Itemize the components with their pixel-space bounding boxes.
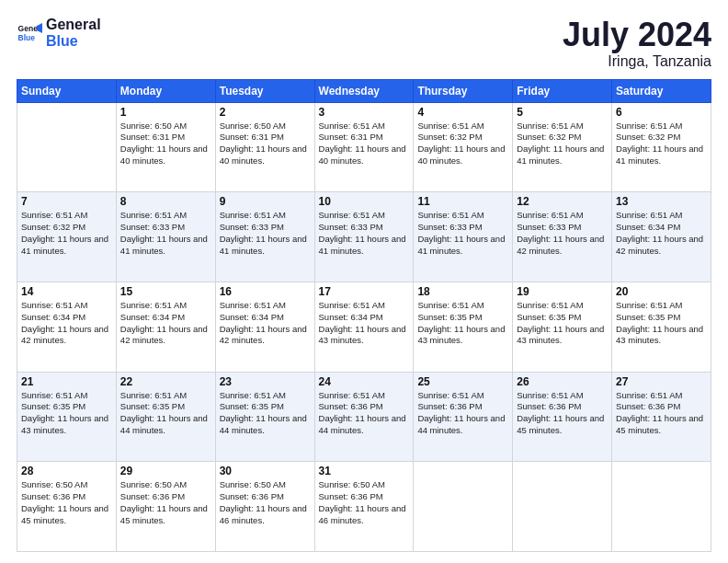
day-info: Sunrise: 6:51 AM Sunset: 6:35 PM Dayligh… (120, 390, 211, 437)
calendar-cell: 29Sunrise: 6:50 AM Sunset: 6:36 PM Dayli… (116, 462, 215, 552)
calendar-cell: 4Sunrise: 6:51 AM Sunset: 6:32 PM Daylig… (414, 102, 513, 192)
day-info: Sunrise: 6:51 AM Sunset: 6:32 PM Dayligh… (616, 121, 707, 167)
day-info: Sunrise: 6:51 AM Sunset: 6:31 PM Dayligh… (319, 121, 410, 167)
day-number: 11 (417, 195, 508, 208)
day-number: 5 (517, 106, 608, 119)
day-number: 9 (220, 195, 311, 208)
day-number: 18 (417, 285, 508, 298)
day-info: Sunrise: 6:51 AM Sunset: 6:34 PM Dayligh… (616, 210, 707, 257)
calendar-cell: 9Sunrise: 6:51 AM Sunset: 6:33 PM Daylig… (215, 192, 314, 282)
day-number: 6 (616, 106, 707, 119)
calendar-cell: 8Sunrise: 6:51 AM Sunset: 6:33 PM Daylig… (116, 192, 215, 282)
day-info: Sunrise: 6:51 AM Sunset: 6:34 PM Dayligh… (21, 300, 112, 347)
day-info: Sunrise: 6:51 AM Sunset: 6:35 PM Dayligh… (517, 300, 608, 347)
calendar-header-sunday: Sunday (17, 79, 117, 102)
day-info: Sunrise: 6:51 AM Sunset: 6:35 PM Dayligh… (21, 390, 112, 437)
calendar-week-row: 28Sunrise: 6:50 AM Sunset: 6:36 PM Dayli… (17, 462, 711, 552)
calendar-cell (17, 102, 117, 192)
calendar-cell: 24Sunrise: 6:51 AM Sunset: 6:36 PM Dayli… (314, 372, 414, 462)
day-number: 17 (319, 285, 410, 298)
calendar-cell: 1Sunrise: 6:50 AM Sunset: 6:31 PM Daylig… (116, 102, 215, 192)
day-info: Sunrise: 6:50 AM Sunset: 6:36 PM Dayligh… (220, 479, 311, 526)
calendar-cell: 14Sunrise: 6:51 AM Sunset: 6:34 PM Dayli… (17, 282, 117, 372)
location-title: Iringa, Tanzania (563, 53, 711, 70)
month-title: July 2024 (563, 17, 711, 53)
calendar-cell: 19Sunrise: 6:51 AM Sunset: 6:35 PM Dayli… (513, 282, 612, 372)
calendar-cell (414, 462, 513, 552)
calendar-table: SundayMondayTuesdayWednesdayThursdayFrid… (17, 79, 711, 552)
calendar-cell: 25Sunrise: 6:51 AM Sunset: 6:36 PM Dayli… (414, 372, 513, 462)
day-info: Sunrise: 6:51 AM Sunset: 6:36 PM Dayligh… (517, 390, 608, 437)
calendar-cell: 16Sunrise: 6:51 AM Sunset: 6:34 PM Dayli… (215, 282, 314, 372)
day-number: 12 (517, 195, 608, 208)
day-info: Sunrise: 6:51 AM Sunset: 6:34 PM Dayligh… (220, 300, 311, 347)
day-number: 8 (120, 195, 211, 208)
logo: General Blue General Blue (17, 17, 101, 49)
day-info: Sunrise: 6:51 AM Sunset: 6:33 PM Dayligh… (517, 210, 608, 257)
calendar-header-friday: Friday (513, 79, 612, 102)
day-info: Sunrise: 6:51 AM Sunset: 6:33 PM Dayligh… (220, 210, 311, 257)
day-number: 24 (319, 375, 410, 388)
calendar-cell: 23Sunrise: 6:51 AM Sunset: 6:35 PM Dayli… (215, 372, 314, 462)
header: General Blue General Blue July 2024 Irin… (17, 17, 711, 70)
calendar-cell: 20Sunrise: 6:51 AM Sunset: 6:35 PM Dayli… (612, 282, 711, 372)
calendar-cell: 30Sunrise: 6:50 AM Sunset: 6:36 PM Dayli… (215, 462, 314, 552)
day-number: 23 (220, 375, 311, 388)
day-number: 31 (319, 465, 410, 477)
day-info: Sunrise: 6:51 AM Sunset: 6:33 PM Dayligh… (319, 210, 410, 257)
calendar-cell: 7Sunrise: 6:51 AM Sunset: 6:32 PM Daylig… (17, 192, 117, 282)
day-number: 22 (120, 375, 211, 388)
calendar-cell: 2Sunrise: 6:50 AM Sunset: 6:31 PM Daylig… (215, 102, 314, 192)
calendar-cell (513, 462, 612, 552)
day-number: 25 (417, 375, 508, 388)
calendar-cell: 27Sunrise: 6:51 AM Sunset: 6:36 PM Dayli… (612, 372, 711, 462)
day-info: Sunrise: 6:51 AM Sunset: 6:33 PM Dayligh… (120, 210, 211, 257)
page: General Blue General Blue July 2024 Irin… (0, 0, 728, 563)
day-info: Sunrise: 6:50 AM Sunset: 6:36 PM Dayligh… (319, 479, 410, 526)
day-info: Sunrise: 6:50 AM Sunset: 6:36 PM Dayligh… (120, 479, 211, 526)
day-info: Sunrise: 6:51 AM Sunset: 6:36 PM Dayligh… (417, 390, 508, 437)
day-info: Sunrise: 6:50 AM Sunset: 6:36 PM Dayligh… (21, 479, 112, 526)
day-info: Sunrise: 6:51 AM Sunset: 6:36 PM Dayligh… (616, 390, 707, 437)
day-number: 4 (417, 106, 508, 119)
calendar-header-row: SundayMondayTuesdayWednesdayThursdayFrid… (17, 79, 711, 102)
calendar-header-thursday: Thursday (414, 79, 513, 102)
calendar-header-saturday: Saturday (612, 79, 711, 102)
day-number: 19 (517, 285, 608, 298)
calendar-cell: 10Sunrise: 6:51 AM Sunset: 6:33 PM Dayli… (314, 192, 414, 282)
calendar-cell (612, 462, 711, 552)
day-number: 16 (220, 285, 311, 298)
day-number: 20 (616, 285, 707, 298)
calendar-header-wednesday: Wednesday (314, 79, 414, 102)
day-number: 10 (319, 195, 410, 208)
calendar-cell: 31Sunrise: 6:50 AM Sunset: 6:36 PM Dayli… (314, 462, 414, 552)
day-number: 15 (120, 285, 211, 298)
day-info: Sunrise: 6:51 AM Sunset: 6:35 PM Dayligh… (616, 300, 707, 347)
calendar-week-row: 7Sunrise: 6:51 AM Sunset: 6:32 PM Daylig… (17, 192, 711, 282)
calendar-cell: 22Sunrise: 6:51 AM Sunset: 6:35 PM Dayli… (116, 372, 215, 462)
calendar-header-tuesday: Tuesday (215, 79, 314, 102)
title-block: July 2024 Iringa, Tanzania (563, 17, 711, 70)
day-info: Sunrise: 6:51 AM Sunset: 6:35 PM Dayligh… (220, 390, 311, 437)
day-info: Sunrise: 6:51 AM Sunset: 6:33 PM Dayligh… (417, 210, 508, 257)
day-number: 1 (120, 106, 211, 119)
day-number: 14 (21, 285, 112, 298)
calendar-week-row: 1Sunrise: 6:50 AM Sunset: 6:31 PM Daylig… (17, 102, 711, 192)
calendar-cell: 26Sunrise: 6:51 AM Sunset: 6:36 PM Dayli… (513, 372, 612, 462)
day-number: 26 (517, 375, 608, 388)
calendar-cell: 12Sunrise: 6:51 AM Sunset: 6:33 PM Dayli… (513, 192, 612, 282)
day-number: 21 (21, 375, 112, 388)
calendar-cell: 6Sunrise: 6:51 AM Sunset: 6:32 PM Daylig… (612, 102, 711, 192)
logo-icon: General Blue (17, 20, 42, 46)
calendar-week-row: 14Sunrise: 6:51 AM Sunset: 6:34 PM Dayli… (17, 282, 711, 372)
day-number: 2 (220, 106, 311, 119)
svg-text:Blue: Blue (18, 32, 36, 41)
calendar-cell: 13Sunrise: 6:51 AM Sunset: 6:34 PM Dayli… (612, 192, 711, 282)
day-number: 28 (21, 465, 112, 477)
day-number: 30 (220, 465, 311, 477)
calendar-cell: 21Sunrise: 6:51 AM Sunset: 6:35 PM Dayli… (17, 372, 117, 462)
calendar-cell: 18Sunrise: 6:51 AM Sunset: 6:35 PM Dayli… (414, 282, 513, 372)
calendar-cell: 15Sunrise: 6:51 AM Sunset: 6:34 PM Dayli… (116, 282, 215, 372)
day-info: Sunrise: 6:51 AM Sunset: 6:34 PM Dayligh… (120, 300, 211, 347)
day-info: Sunrise: 6:50 AM Sunset: 6:31 PM Dayligh… (120, 121, 211, 167)
